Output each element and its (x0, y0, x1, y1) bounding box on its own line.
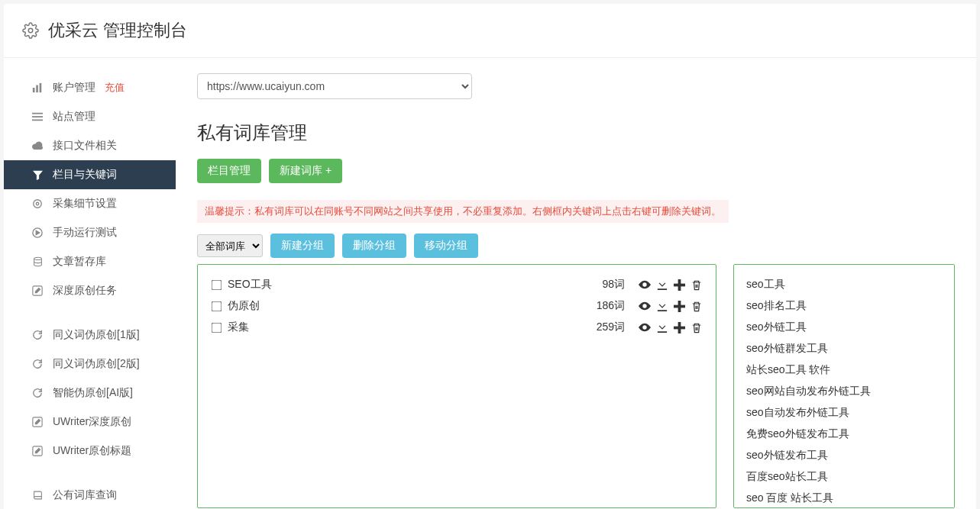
page-title: 优采云 管理控制台 (48, 19, 187, 42)
lexicon-row: SEO工具 98词 (212, 274, 702, 295)
new-group-button[interactable]: 新建分组 (270, 234, 335, 258)
sidebar-item-label: 文章暂存库 (53, 255, 106, 269)
plus-icon[interactable] (674, 279, 685, 291)
bar-chart-icon (31, 82, 44, 93)
eye-icon[interactable] (639, 301, 651, 312)
keyword-item[interactable]: seo外链工具 (746, 317, 942, 338)
sidebar-item-label: 公有词库查询 (53, 488, 117, 502)
sidebar-item[interactable]: 同义词伪原创[2版] (4, 350, 176, 379)
lexicon-checkbox[interactable] (212, 301, 222, 311)
svg-point-0 (28, 28, 33, 33)
sidebar-item[interactable]: 接口文件相关 (4, 131, 176, 160)
group-select[interactable]: 全部词库 (197, 234, 263, 257)
trash-icon[interactable] (691, 279, 702, 291)
refresh-icon (31, 359, 44, 369)
keyword-item[interactable]: seo自动发布外链工具 (746, 402, 942, 424)
refresh-icon (31, 330, 44, 340)
download-icon[interactable] (657, 301, 668, 312)
keyword-item[interactable]: 免费seo外链发布工具 (746, 424, 942, 445)
lexicon-name[interactable]: 采集 (228, 321, 590, 334)
list-icon (31, 111, 44, 122)
keyword-item[interactable]: seo外链发布工具 (746, 445, 942, 466)
eye-icon[interactable] (639, 322, 651, 333)
sidebar-item[interactable]: 同义词伪原创[1版] (4, 321, 176, 350)
sidebar-item-label: UWriter原创标题 (53, 444, 131, 458)
download-icon[interactable] (657, 322, 668, 333)
lexicon-count: 186词 (597, 299, 625, 313)
lexicon-row: 采集 259词 (212, 317, 702, 338)
sidebar-item-label: 智能伪原创[AI版] (53, 386, 133, 400)
sidebar-item[interactable]: 智能伪原创[AI版] (4, 379, 176, 408)
sidebar-item-label: 手动运行测试 (53, 226, 117, 240)
sidebar-item-label: 账户管理 (53, 81, 95, 95)
svg-point-10 (34, 257, 41, 259)
keyword-item[interactable]: seo 百度 站长工具 (746, 488, 942, 508)
section-title: 私有词库管理 (197, 121, 955, 145)
svg-rect-18 (674, 304, 685, 308)
sidebar-item[interactable]: 深度原创任务 (4, 276, 176, 305)
tip-message: 温馨提示：私有词库可以在同账号不同网站之间共享使用，不必重复添加。右侧框内关键词… (197, 200, 729, 223)
sidebar-item-label: 接口文件相关 (53, 139, 117, 153)
column-manage-button[interactable]: 栏目管理 (197, 159, 261, 183)
main-content: https://www.ucaiyun.com 私有词库管理 栏目管理 新建词库… (176, 73, 976, 509)
sidebar-item-label: 同义词伪原创[2版] (53, 357, 140, 371)
eye-icon[interactable] (639, 279, 651, 291)
keyword-item[interactable]: seo网站自动发布外链工具 (746, 381, 942, 402)
delete-group-button[interactable]: 删除分组 (342, 234, 406, 258)
sidebar-item[interactable]: 采集细节设置 (4, 189, 176, 218)
lexicon-count: 259词 (597, 321, 625, 334)
plus-icon[interactable] (674, 301, 685, 312)
refresh-icon (31, 388, 44, 398)
edit-icon (31, 417, 44, 427)
keyword-item[interactable]: seo外链群发工具 (746, 338, 942, 359)
sidebar-item[interactable]: 手动运行测试 (4, 218, 176, 247)
svg-rect-6 (32, 120, 43, 121)
db-icon (31, 256, 44, 267)
lexicon-name[interactable]: 伪原创 (228, 299, 590, 313)
trash-icon[interactable] (691, 322, 702, 333)
lexicon-name[interactable]: SEO工具 (228, 278, 596, 292)
svg-point-8 (34, 200, 42, 208)
play-icon (31, 227, 44, 238)
sidebar-item-label: 深度原创任务 (53, 284, 117, 298)
keyword-item[interactable]: 站长seo工具 软件 (746, 359, 942, 381)
lexicon-count: 98词 (602, 278, 625, 292)
edit-icon (31, 446, 44, 456)
lexicon-panel: SEO工具 98词 伪原创 186词 采集 259词 (197, 264, 716, 508)
sidebar-item-label: 同义词伪原创[1版] (53, 328, 140, 342)
sidebar-item-label: UWriter深度原创 (53, 415, 131, 429)
svg-rect-1 (33, 88, 35, 92)
trash-icon[interactable] (691, 301, 702, 312)
download-icon[interactable] (657, 279, 668, 291)
sidebar: 账户管理 充值 站点管理 接口文件相关 栏目与关键词 采集细节设置 手动运行测试… (4, 73, 176, 509)
sidebar-item-label: 站点管理 (53, 110, 95, 124)
keyword-item[interactable]: 百度seo站长工具 (746, 466, 942, 488)
lexicon-checkbox[interactable] (212, 279, 222, 290)
new-lexicon-button[interactable]: 新建词库 + (269, 159, 342, 183)
plus-icon[interactable] (674, 322, 685, 333)
sidebar-item[interactable]: UWriter深度原创 (4, 408, 176, 437)
sidebar-item[interactable]: 栏目与关键词 (4, 160, 176, 189)
svg-rect-5 (32, 116, 43, 118)
gear-icon (22, 22, 39, 39)
header: 优采云 管理控制台 (4, 4, 976, 58)
sidebar-item[interactable]: UWriter原创标题 (4, 437, 176, 466)
sidebar-item-label: 采集细节设置 (53, 197, 117, 211)
svg-rect-3 (40, 83, 42, 92)
sidebar-item[interactable]: 文章暂存库 (4, 247, 176, 276)
lexicon-checkbox[interactable] (212, 322, 222, 333)
sidebar-item[interactable]: 账户管理 充值 (4, 73, 176, 102)
sidebar-item[interactable]: 站点管理 (4, 102, 176, 131)
site-select[interactable]: https://www.ucaiyun.com (197, 73, 472, 99)
svg-rect-2 (36, 85, 38, 93)
lexicon-row: 伪原创 186词 (212, 295, 702, 317)
keyword-item[interactable]: seo排名工具 (746, 295, 942, 317)
keyword-item[interactable]: seo工具 (746, 274, 942, 295)
move-group-button[interactable]: 移动分组 (414, 234, 478, 258)
svg-rect-16 (674, 283, 685, 286)
book-icon (31, 490, 44, 501)
sidebar-item[interactable]: 公有词库查询 (4, 481, 176, 509)
svg-rect-20 (674, 326, 685, 329)
keyword-panel: seo工具seo排名工具seo外链工具seo外链群发工具站长seo工具 软件se… (733, 264, 955, 508)
filter-icon (31, 170, 44, 180)
